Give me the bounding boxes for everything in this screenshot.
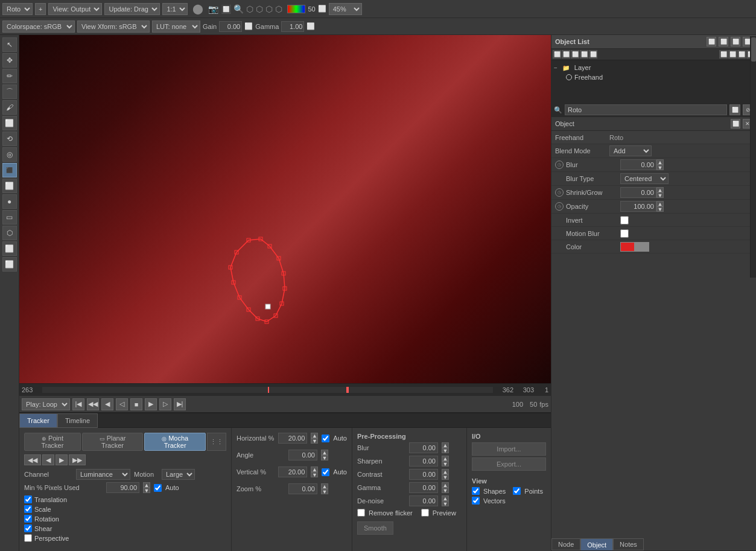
remove-flicker-checkbox[interactable] xyxy=(357,509,365,517)
invert-checkbox[interactable] xyxy=(620,216,629,225)
roto-tool[interactable]: ⬛ xyxy=(2,163,17,177)
rect-tool[interactable]: ▭ xyxy=(2,210,17,225)
angle-input[interactable] xyxy=(288,450,317,460)
auto-checkbox[interactable] xyxy=(154,484,162,492)
track-step-back-btn[interactable]: ◀ xyxy=(42,454,54,465)
translation-checkbox[interactable] xyxy=(24,495,32,503)
select-tool[interactable]: ↖ xyxy=(2,37,17,52)
gamma-input[interactable] xyxy=(281,21,304,32)
obj-list-btn2[interactable]: ⬜ xyxy=(719,37,728,46)
smooth-btn[interactable]: Smooth xyxy=(357,521,393,535)
go-end-btn[interactable]: ▶| xyxy=(174,398,186,410)
track-step-fwd-btn[interactable]: ▶ xyxy=(56,454,68,465)
icon-btn2[interactable]: ⬜ xyxy=(562,50,570,59)
pen-tool[interactable]: ✏ xyxy=(2,69,17,83)
stop-btn[interactable]: ■ xyxy=(130,398,142,410)
add-node-btn[interactable]: + xyxy=(35,3,46,15)
right-scrollbar[interactable] xyxy=(750,36,756,278)
zoom-down[interactable]: ▼ xyxy=(321,489,328,494)
extra-tool[interactable]: ⬜ xyxy=(2,241,17,256)
pp-contrast-down[interactable]: ▼ xyxy=(442,474,449,480)
roto-select[interactable]: Roto xyxy=(2,3,33,15)
import-btn[interactable]: Import... xyxy=(472,442,546,456)
paint-tool[interactable]: 🖌 xyxy=(2,100,17,115)
icon-btn7[interactable]: ⬜ xyxy=(728,50,737,59)
search-input[interactable] xyxy=(565,104,727,115)
object-tab[interactable]: Object xyxy=(580,538,613,550)
search-clear-btn[interactable]: ⬜ xyxy=(729,104,740,115)
horizontal-down[interactable]: ▼ xyxy=(311,438,318,444)
min-pixels-down[interactable]: ▼ xyxy=(143,488,150,493)
bezier-tool[interactable]: ⌒ xyxy=(2,84,17,99)
viewport[interactable] xyxy=(19,35,551,383)
icon-btn8[interactable]: ⬜ xyxy=(737,50,746,59)
circle-tool[interactable]: ● xyxy=(2,194,17,209)
play-btn[interactable]: ▶ xyxy=(145,398,157,410)
min-pixels-input[interactable] xyxy=(106,482,139,493)
planar-tracker-tab[interactable]: ▭ Planar Tracker xyxy=(82,433,144,451)
icon-btn3[interactable]: ⬜ xyxy=(571,50,579,59)
points-checkbox[interactable] xyxy=(513,487,521,495)
point-tracker-tab[interactable]: ⊕ Point Tracker xyxy=(24,433,81,451)
horizontal-input[interactable] xyxy=(278,433,307,444)
pp-blur-down[interactable]: ▼ xyxy=(442,448,449,453)
gain-input[interactable] xyxy=(219,21,242,32)
play-mode-select[interactable]: Play: Loop xyxy=(22,398,70,410)
shrink-down[interactable]: ▼ xyxy=(656,193,664,198)
obj-panel-expand[interactable]: ⬜ xyxy=(731,119,740,129)
blur-type-select[interactable]: Centered xyxy=(620,173,669,184)
pp-gamma-input[interactable] xyxy=(409,482,438,493)
tracker-tab[interactable]: Tracker xyxy=(19,413,57,428)
track-prev-btn[interactable]: ◀◀ xyxy=(24,454,41,465)
angle-down[interactable]: ▼ xyxy=(321,455,328,460)
export-btn[interactable]: Export... xyxy=(472,457,546,471)
prev-keyframe-btn[interactable]: ◀◀ xyxy=(87,398,99,410)
prev-frame-btn[interactable]: ◀ xyxy=(101,398,113,410)
view-select[interactable]: View: Output xyxy=(48,3,102,15)
prev-small-btn[interactable]: ◁ xyxy=(116,398,128,410)
tracker-options-btn[interactable]: ⋮⋮ xyxy=(207,433,226,451)
preview-checkbox[interactable] xyxy=(421,509,429,517)
shrink-grow-input[interactable] xyxy=(620,187,656,198)
blur-down[interactable]: ▼ xyxy=(656,165,664,170)
pp-blur-input[interactable] xyxy=(409,442,438,453)
move-tool[interactable]: ✥ xyxy=(2,53,17,68)
update-select[interactable]: Update: Drag xyxy=(104,3,160,15)
transform-tool[interactable]: ⟲ xyxy=(2,132,17,146)
vertical-input[interactable] xyxy=(278,467,307,477)
auto-h-checkbox[interactable] xyxy=(322,435,329,442)
track-fwd-btn[interactable]: ▶▶ xyxy=(69,454,86,465)
blend-mode-select[interactable]: Add xyxy=(609,145,652,156)
obj-list-btn3[interactable]: ⬜ xyxy=(731,37,740,46)
motion-select[interactable]: Large xyxy=(162,469,195,480)
extra-tool2[interactable]: ⬜ xyxy=(2,257,17,272)
timeline-track[interactable] xyxy=(42,387,493,393)
shapes-checkbox[interactable] xyxy=(472,487,480,495)
magnet-tool[interactable]: ⬜ xyxy=(2,179,17,193)
shear-checkbox[interactable] xyxy=(24,524,32,532)
zoom-input[interactable] xyxy=(288,483,317,494)
timeline-tab[interactable]: Timeline xyxy=(57,413,98,428)
motion-blur-checkbox[interactable] xyxy=(620,229,629,238)
pp-sharpen-down[interactable]: ▼ xyxy=(442,461,449,467)
pp-contrast-input[interactable] xyxy=(409,469,438,480)
icon-btn1[interactable]: ⬜ xyxy=(553,50,561,59)
layer-item[interactable]: − 📁 Layer xyxy=(554,63,754,72)
eraser-tool[interactable]: ⬜ xyxy=(2,116,17,130)
next-small-btn[interactable]: ▷ xyxy=(159,398,171,410)
obj-list-btn1[interactable]: ⬜ xyxy=(707,37,716,46)
lasso-tool[interactable]: ◎ xyxy=(2,147,17,162)
ratio-select[interactable]: 1:1 xyxy=(162,3,188,15)
zoom-select[interactable]: 45% xyxy=(329,3,362,15)
rotation-checkbox[interactable] xyxy=(24,515,32,523)
blur-input[interactable] xyxy=(620,159,656,170)
pp-denoise-input[interactable] xyxy=(409,495,438,506)
view-xform-select[interactable]: View Xform: sRGB xyxy=(77,21,150,33)
pp-denoise-down[interactable]: ▼ xyxy=(442,501,449,506)
perspective-checkbox[interactable] xyxy=(24,534,32,542)
icon-btn5[interactable]: ⬜ xyxy=(589,50,597,59)
colorspace-select[interactable]: Colorspace: sRGB xyxy=(2,21,75,33)
lut-select[interactable]: LUT: none xyxy=(152,21,200,33)
node-tool[interactable]: ⬡ xyxy=(2,226,17,240)
pp-gamma-down[interactable]: ▼ xyxy=(442,488,449,493)
